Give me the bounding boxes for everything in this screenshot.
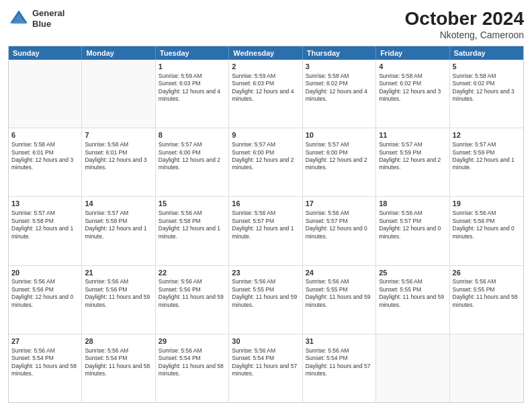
day-number: 2 — [232, 62, 299, 72]
day-info: Sunrise: 5:58 AM Sunset: 6:01 PM Dayligh… — [11, 141, 79, 172]
day-number: 24 — [306, 268, 373, 278]
day-cell: 29Sunrise: 5:56 AM Sunset: 5:54 PM Dayli… — [156, 334, 229, 402]
day-cell: 11Sunrise: 5:57 AM Sunset: 5:59 PM Dayli… — [376, 128, 449, 196]
day-info: Sunrise: 5:59 AM Sunset: 6:03 PM Dayligh… — [232, 73, 299, 103]
header: General Blue October 2024 Nkoteng, Camer… — [8, 8, 524, 40]
day-number: 26 — [453, 268, 521, 278]
title-block: October 2024 Nkoteng, Cameroon — [405, 8, 524, 40]
day-cell: 6Sunrise: 5:58 AM Sunset: 6:01 PM Daylig… — [9, 128, 82, 196]
day-cell: 12Sunrise: 5:57 AM Sunset: 5:59 PM Dayli… — [450, 128, 523, 196]
day-info: Sunrise: 5:58 AM Sunset: 6:01 PM Dayligh… — [85, 141, 152, 172]
day-number: 19 — [453, 199, 521, 209]
day-cell: 8Sunrise: 5:57 AM Sunset: 6:00 PM Daylig… — [156, 128, 229, 196]
day-number: 18 — [379, 199, 446, 209]
day-info: Sunrise: 5:57 AM Sunset: 5:58 PM Dayligh… — [85, 210, 152, 240]
day-cell: 21Sunrise: 5:56 AM Sunset: 5:56 PM Dayli… — [82, 266, 155, 334]
day-number: 23 — [232, 268, 299, 278]
day-info: Sunrise: 5:56 AM Sunset: 5:56 PM Dayligh… — [11, 278, 79, 309]
day-number: 20 — [11, 268, 79, 278]
day-info: Sunrise: 5:56 AM Sunset: 5:54 PM Dayligh… — [232, 347, 299, 378]
day-cell: 13Sunrise: 5:57 AM Sunset: 5:58 PM Dayli… — [9, 197, 82, 265]
weekday-header: Sunday — [9, 46, 82, 60]
day-info: Sunrise: 5:57 AM Sunset: 6:00 PM Dayligh… — [232, 141, 299, 172]
day-cell: 14Sunrise: 5:57 AM Sunset: 5:58 PM Dayli… — [82, 197, 155, 265]
day-cell: 18Sunrise: 5:56 AM Sunset: 5:57 PM Dayli… — [376, 197, 449, 265]
weekday-header: Friday — [376, 46, 449, 60]
calendar: SundayMondayTuesdayWednesdayThursdayFrid… — [8, 46, 524, 403]
day-info: Sunrise: 5:57 AM Sunset: 5:59 PM Dayligh… — [453, 141, 521, 172]
logo-line2: Blue — [32, 19, 64, 30]
day-cell: 27Sunrise: 5:56 AM Sunset: 5:54 PM Dayli… — [9, 334, 82, 402]
day-cell: 31Sunrise: 5:56 AM Sunset: 5:54 PM Dayli… — [303, 334, 376, 402]
day-info: Sunrise: 5:56 AM Sunset: 5:55 PM Dayligh… — [232, 278, 299, 309]
day-info: Sunrise: 5:56 AM Sunset: 5:55 PM Dayligh… — [306, 278, 373, 309]
day-info: Sunrise: 5:56 AM Sunset: 5:58 PM Dayligh… — [159, 210, 226, 240]
day-number: 28 — [85, 336, 152, 347]
day-number: 25 — [379, 268, 446, 278]
day-cell: 10Sunrise: 5:57 AM Sunset: 6:00 PM Dayli… — [303, 128, 376, 196]
day-info: Sunrise: 5:56 AM Sunset: 5:57 PM Dayligh… — [379, 210, 446, 240]
day-number: 8 — [159, 130, 226, 140]
day-cell: 24Sunrise: 5:56 AM Sunset: 5:55 PM Dayli… — [303, 266, 376, 334]
calendar-row: 6Sunrise: 5:58 AM Sunset: 6:01 PM Daylig… — [9, 128, 523, 197]
day-info: Sunrise: 5:56 AM Sunset: 5:56 PM Dayligh… — [85, 278, 152, 309]
day-cell: 19Sunrise: 5:56 AM Sunset: 5:56 PM Dayli… — [450, 197, 523, 265]
empty-cell — [9, 60, 82, 128]
day-number: 29 — [159, 336, 226, 347]
calendar-row: 27Sunrise: 5:56 AM Sunset: 5:54 PM Dayli… — [9, 334, 523, 402]
day-info: Sunrise: 5:58 AM Sunset: 6:02 PM Dayligh… — [453, 73, 521, 103]
day-cell: 5Sunrise: 5:58 AM Sunset: 6:02 PM Daylig… — [450, 60, 523, 128]
logo-text: General Blue — [32, 8, 64, 29]
day-info: Sunrise: 5:57 AM Sunset: 5:59 PM Dayligh… — [379, 141, 446, 172]
day-cell: 4Sunrise: 5:58 AM Sunset: 6:02 PM Daylig… — [376, 60, 449, 128]
day-number: 16 — [232, 199, 299, 209]
weekday-header: Wednesday — [229, 46, 302, 60]
day-number: 6 — [11, 130, 79, 140]
day-info: Sunrise: 5:58 AM Sunset: 6:02 PM Dayligh… — [306, 73, 373, 103]
day-number: 17 — [306, 199, 373, 209]
day-cell: 26Sunrise: 5:56 AM Sunset: 5:55 PM Dayli… — [450, 266, 523, 334]
month-title: October 2024 — [405, 8, 524, 30]
day-number: 11 — [379, 130, 446, 140]
day-number: 9 — [232, 130, 299, 140]
location: Nkoteng, Cameroon — [405, 30, 524, 40]
day-number: 1 — [159, 62, 226, 72]
day-info: Sunrise: 5:56 AM Sunset: 5:56 PM Dayligh… — [159, 278, 226, 309]
day-info: Sunrise: 5:57 AM Sunset: 5:58 PM Dayligh… — [11, 210, 79, 240]
day-cell: 23Sunrise: 5:56 AM Sunset: 5:55 PM Dayli… — [229, 266, 302, 334]
day-number: 3 — [306, 62, 373, 72]
calendar-row: 1Sunrise: 5:59 AM Sunset: 6:03 PM Daylig… — [9, 60, 523, 128]
weekday-header: Saturday — [450, 46, 523, 60]
day-number: 31 — [306, 336, 373, 347]
day-info: Sunrise: 5:57 AM Sunset: 6:00 PM Dayligh… — [159, 141, 226, 172]
calendar-body: 1Sunrise: 5:59 AM Sunset: 6:03 PM Daylig… — [9, 60, 523, 402]
day-info: Sunrise: 5:56 AM Sunset: 5:54 PM Dayligh… — [159, 347, 226, 378]
day-number: 22 — [159, 268, 226, 278]
page: General Blue October 2024 Nkoteng, Camer… — [0, 0, 532, 411]
day-cell: 15Sunrise: 5:56 AM Sunset: 5:58 PM Dayli… — [156, 197, 229, 265]
logo: General Blue — [8, 8, 64, 30]
day-info: Sunrise: 5:56 AM Sunset: 5:55 PM Dayligh… — [453, 278, 521, 309]
logo-line1: General — [32, 8, 64, 19]
day-number: 13 — [11, 199, 79, 209]
day-cell: 1Sunrise: 5:59 AM Sunset: 6:03 PM Daylig… — [156, 60, 229, 128]
day-cell: 20Sunrise: 5:56 AM Sunset: 5:56 PM Dayli… — [9, 266, 82, 334]
day-cell: 16Sunrise: 5:56 AM Sunset: 5:57 PM Dayli… — [229, 197, 302, 265]
weekday-header: Monday — [82, 46, 155, 60]
calendar-row: 13Sunrise: 5:57 AM Sunset: 5:58 PM Dayli… — [9, 197, 523, 265]
day-number: 10 — [306, 130, 373, 140]
day-number: 14 — [85, 199, 152, 209]
day-info: Sunrise: 5:56 AM Sunset: 5:56 PM Dayligh… — [453, 210, 521, 240]
day-cell: 28Sunrise: 5:56 AM Sunset: 5:54 PM Dayli… — [82, 334, 155, 402]
day-info: Sunrise: 5:58 AM Sunset: 6:02 PM Dayligh… — [379, 73, 446, 103]
empty-cell — [376, 334, 449, 402]
day-info: Sunrise: 5:56 AM Sunset: 5:57 PM Dayligh… — [306, 210, 373, 240]
weekday-header: Thursday — [303, 46, 376, 60]
empty-cell — [82, 60, 155, 128]
day-cell: 25Sunrise: 5:56 AM Sunset: 5:55 PM Dayli… — [376, 266, 449, 334]
day-info: Sunrise: 5:56 AM Sunset: 5:54 PM Dayligh… — [11, 347, 79, 378]
day-cell: 2Sunrise: 5:59 AM Sunset: 6:03 PM Daylig… — [229, 60, 302, 128]
day-number: 21 — [85, 268, 152, 278]
day-info: Sunrise: 5:56 AM Sunset: 5:54 PM Dayligh… — [85, 347, 152, 378]
day-cell: 3Sunrise: 5:58 AM Sunset: 6:02 PM Daylig… — [303, 60, 376, 128]
